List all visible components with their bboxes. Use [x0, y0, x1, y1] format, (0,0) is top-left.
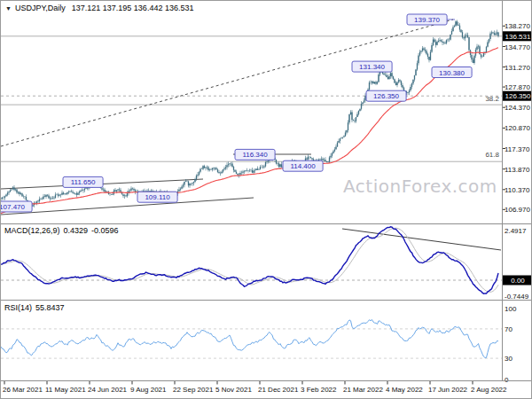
date-axis-label: 2 Aug 2022	[471, 386, 507, 394]
macd-zero-tag-text: 0.00	[511, 277, 525, 285]
price-swing-label[interactable]: 107.470	[1, 201, 32, 212]
price-swing-label[interactable]: 139.370	[407, 14, 455, 25]
date-axis-label: 21 Mar 2022	[343, 386, 383, 394]
macd-panel	[1, 227, 502, 293]
trendline-solid[interactable]	[1, 198, 254, 215]
price-axis-tick-label: 113.870	[505, 166, 530, 174]
price-swing-label[interactable]: 114.400	[283, 160, 323, 171]
price-axis-tick-label: 106.970	[505, 206, 530, 214]
macd-axis-label: 2.4917	[505, 227, 527, 235]
rsi-axis-label: 30	[505, 355, 512, 363]
date-axis-label: 26 Mar 2021	[3, 386, 43, 394]
price-swing-label[interactable]: 131.340	[352, 61, 392, 72]
label-text: 109.110	[145, 193, 170, 201]
price-axis-tick-label: 127.870	[505, 83, 530, 91]
chart-canvas[interactable]: 139.370131.340130.380126.350116.340114.4…	[1, 1, 532, 399]
label-text: 130.380	[439, 69, 465, 77]
price-axis[interactable]: 138.270134.770131.270127.870124.370120.8…	[502, 22, 532, 384]
price-swing-label[interactable]: 130.380	[432, 67, 472, 78]
macd-signal-line	[1, 228, 498, 292]
price-axis-tick-label: 117.370	[505, 145, 530, 153]
label-text: 116.340	[242, 151, 268, 159]
date-axis-label: 22 Sep 2021	[173, 386, 214, 394]
price-axis-tick-label: 134.770	[505, 43, 530, 51]
date-axis-label: 21 Dec 2021	[258, 386, 299, 394]
price-axis-tick-label: 110.370	[505, 186, 530, 194]
date-axis-label: 3 Feb 2022	[301, 386, 337, 394]
price-axis-tick-label: 124.370	[505, 104, 530, 112]
date-axis-label: 24 Jun 2021	[88, 386, 128, 394]
date-axis-label: 9 Aug 2021	[130, 386, 167, 394]
trendline-dashed[interactable]	[1, 20, 453, 146]
price-swing-label[interactable]: 116.340	[235, 149, 275, 160]
price-swing-label[interactable]: 126.350	[366, 90, 406, 101]
label-text: 131.340	[359, 63, 385, 71]
price-swing-label[interactable]: 111.650	[63, 176, 103, 187]
label-text: 114.400	[290, 162, 316, 170]
label-text: 139.370	[414, 16, 440, 24]
date-axis-label: 4 May 2022	[386, 386, 423, 394]
price-axis-tick-label: 131.270	[505, 64, 530, 72]
macd-axis-label: -0.7449	[505, 293, 529, 301]
rsi-panel	[1, 320, 502, 359]
label-text: 107.470	[1, 203, 26, 211]
date-axis-label: 17 Jun 2022	[428, 386, 468, 394]
price-axis-tick-label: 120.870	[505, 124, 530, 132]
symbol-dropdown-icon[interactable]: ▼	[5, 5, 12, 12]
label-text: 126.350	[373, 92, 399, 100]
rsi-axis-label: 70	[505, 325, 512, 333]
label-text: 111.650	[71, 178, 96, 186]
macd-trendline[interactable]	[342, 229, 501, 250]
date-axis[interactable]: 26 Mar 202111 May 202124 Jun 20219 Aug 2…	[3, 381, 507, 394]
rsi-axis-label: 100	[505, 305, 517, 313]
price-tag-text: 126.350	[505, 92, 531, 100]
price-axis-tick-label: 138.270	[505, 22, 530, 30]
ma-line	[1, 48, 498, 214]
date-axis-label: 5 Nov 2021	[215, 386, 252, 394]
price-tag-text: 136.531	[505, 33, 531, 41]
rsi-axis-label: 0	[505, 376, 509, 384]
price-swing-label[interactable]: 109.110	[137, 192, 177, 202]
chart-window: ActionForex.com 139.370131.340130.380126…	[0, 0, 532, 399]
rsi-line	[1, 320, 498, 358]
date-axis-label: 11 May 2021	[45, 386, 86, 394]
